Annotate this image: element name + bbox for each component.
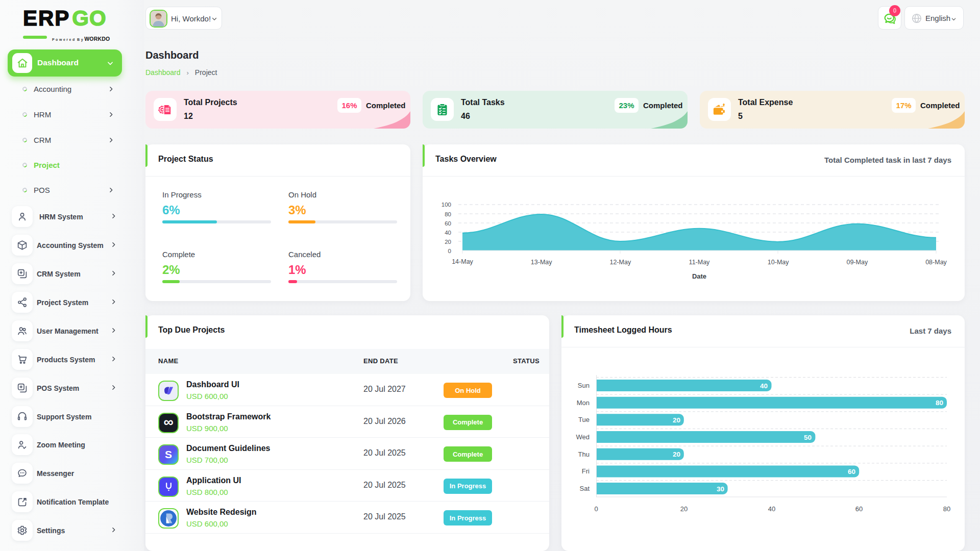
svg-text:60: 60 (848, 468, 855, 475)
svg-text:30: 30 (717, 485, 724, 493)
svg-text:20: 20 (445, 239, 451, 245)
svg-text:Sun: Sun (578, 382, 590, 389)
svg-text:Wed: Wed (576, 433, 590, 441)
svg-text:80: 80 (445, 211, 451, 217)
svg-text:Mon: Mon (577, 399, 590, 407)
svg-text:08-May: 08-May (925, 259, 947, 266)
svg-text:100: 100 (442, 202, 451, 208)
svg-text:12-May: 12-May (609, 259, 631, 266)
svg-text:Fri: Fri (582, 467, 590, 475)
svg-text:20: 20 (680, 505, 688, 513)
svg-text:0: 0 (594, 505, 598, 513)
svg-text:60: 60 (855, 505, 863, 513)
svg-text:40: 40 (760, 382, 768, 390)
svg-text:40: 40 (768, 505, 775, 513)
svg-text:20: 20 (673, 416, 680, 424)
svg-text:20: 20 (673, 450, 680, 458)
svg-text:13-May: 13-May (531, 259, 552, 266)
svg-text:Date: Date (692, 272, 706, 280)
svg-text:60: 60 (445, 220, 451, 227)
svg-text:Thu: Thu (578, 450, 590, 458)
svg-text:80: 80 (936, 399, 943, 407)
svg-text:Sat: Sat (579, 485, 590, 492)
svg-text:50: 50 (804, 434, 812, 441)
svg-text:Tue: Tue (578, 416, 590, 423)
svg-text:0: 0 (448, 248, 451, 254)
svg-text:10-May: 10-May (768, 259, 789, 266)
svg-text:09-May: 09-May (846, 259, 868, 266)
svg-text:80: 80 (943, 505, 950, 513)
svg-text:14-May: 14-May (452, 258, 473, 265)
svg-text:40: 40 (445, 230, 451, 236)
svg-text:11-May: 11-May (689, 259, 710, 266)
